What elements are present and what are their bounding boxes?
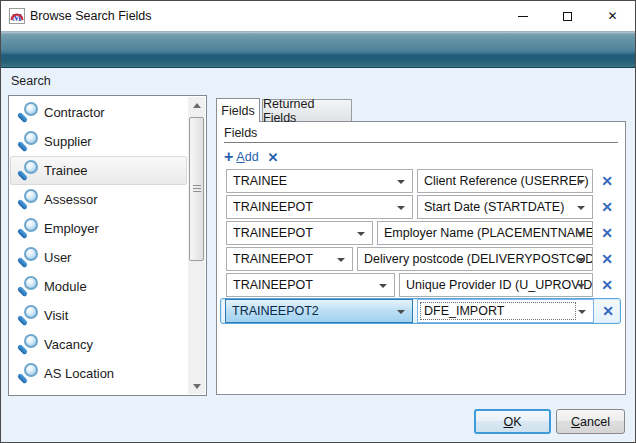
scrollbar-thumb[interactable] <box>189 117 204 261</box>
minimize-icon <box>518 16 528 17</box>
list-scrollbar[interactable] <box>188 97 205 394</box>
maximize-icon <box>563 12 572 21</box>
arrow-down-icon <box>193 384 201 389</box>
category-label: Module <box>44 279 87 294</box>
category-label: Vacancy <box>44 337 93 352</box>
category-label: Visit <box>44 308 68 323</box>
field-row[interactable]: TRAINEEPOT2DFE_IMPORT✕ <box>220 298 621 324</box>
remove-row-button[interactable]: ✕ <box>600 304 616 318</box>
title-bar: M Browse Search Fields ✕ <box>1 1 635 31</box>
table-combobox[interactable]: TRAINEEPOT2 <box>225 299 413 323</box>
cancel-button-label: Cancel <box>571 415 610 429</box>
field-combobox[interactable]: DFE_IMPORT <box>417 299 594 323</box>
magnifier-icon <box>17 304 39 327</box>
minimize-button[interactable] <box>500 1 545 31</box>
fields-tab-control: Fields Returned Fields Fields + Add ✕ TR… <box>216 97 626 395</box>
field-row: TRAINEEPOTStart Date (STARTDATE)✕ <box>220 194 621 220</box>
fields-group-label: Fields <box>224 126 618 140</box>
sidebar-item-vacancy[interactable]: Vacancy <box>10 330 187 359</box>
remove-row-button[interactable]: ✕ <box>599 278 615 292</box>
field-combobox[interactable]: Delivery postcode (DELIVERYPOSTCODE) <box>357 247 593 271</box>
sidebar-item-as-location[interactable]: AS Location <box>10 359 187 388</box>
magnifier-icon <box>17 188 39 211</box>
search-group-label: Search <box>11 74 51 88</box>
magnifier-icon <box>17 130 39 153</box>
magnifier-icon <box>17 159 39 182</box>
scroll-down-button[interactable] <box>188 378 205 394</box>
remove-row-button[interactable]: ✕ <box>599 226 615 240</box>
sidebar-item-trainee[interactable]: Trainee <box>10 156 187 185</box>
field-combobox[interactable]: Unique Provider ID (U_UPROVID) <box>399 273 593 297</box>
remove-row-button[interactable]: ✕ <box>599 252 615 266</box>
field-combobox[interactable]: Client Reference (USERREF) <box>417 169 593 193</box>
remove-row-button[interactable]: ✕ <box>599 174 615 188</box>
plus-icon: + <box>224 149 233 165</box>
sidebar-item-supplier[interactable]: Supplier <box>10 127 187 156</box>
close-button[interactable]: ✕ <box>590 1 635 31</box>
remove-row-button[interactable]: ✕ <box>599 200 615 214</box>
maximize-button[interactable] <box>545 1 590 31</box>
sidebar-item-employer[interactable]: Employer <box>10 214 187 243</box>
field-row: TRAINEEPOTUnique Provider ID (U_UPROVID)… <box>220 272 621 298</box>
app-logo-icon: M <box>9 8 25 24</box>
window-title: Browse Search Fields <box>30 9 500 23</box>
scroll-up-button[interactable] <box>188 97 205 113</box>
close-icon: ✕ <box>607 10 617 22</box>
fields-tab-panel: Fields + Add ✕ TRAINEEClient Reference (… <box>216 121 626 395</box>
table-combobox[interactable]: TRAINEEPOT <box>226 221 373 245</box>
field-toolbar: + Add ✕ <box>224 147 625 167</box>
sidebar-item-contractor[interactable]: Contractor <box>10 98 187 127</box>
ok-button-label: OK <box>503 415 521 429</box>
remove-field-button[interactable]: ✕ <box>268 150 279 165</box>
field-row: TRAINEEPOTEmployer Name (PLACEMENTNAME)✕ <box>220 220 621 246</box>
ok-button[interactable]: OK <box>474 409 551 434</box>
sidebar-item-module[interactable]: Module <box>10 272 187 301</box>
table-combobox[interactable]: TRAINEEPOT <box>226 273 395 297</box>
magnifier-icon <box>17 101 39 124</box>
add-field-button[interactable]: + Add <box>224 149 259 165</box>
category-label: Contractor <box>44 105 105 120</box>
category-label: Supplier <box>44 134 92 149</box>
browse-search-fields-dialog: M Browse Search Fields ✕ Search Contract… <box>0 0 636 443</box>
group-separator <box>224 142 618 143</box>
field-row: TRAINEEClient Reference (USERREF)✕ <box>220 168 621 194</box>
header-banner <box>1 31 635 68</box>
field-combobox[interactable]: Start Date (STARTDATE) <box>417 195 593 219</box>
dialog-content: Search ContractorSupplierTraineeAssessor… <box>1 68 635 442</box>
sidebar-item-assessor[interactable]: Assessor <box>10 185 187 214</box>
table-combobox[interactable]: TRAINEEPOT <box>226 247 353 271</box>
field-rows: TRAINEEClient Reference (USERREF)✕TRAINE… <box>220 168 621 324</box>
sidebar-item-user[interactable]: User <box>10 243 187 272</box>
magnifier-icon <box>17 333 39 356</box>
magnifier-icon <box>17 362 39 385</box>
category-label: Assessor <box>44 192 97 207</box>
category-label: User <box>44 250 71 265</box>
add-field-label: Add <box>236 150 258 164</box>
table-combobox[interactable]: TRAINEE <box>226 169 413 193</box>
tab-fields[interactable]: Fields <box>216 98 260 122</box>
sidebar-item-visit[interactable]: Visit <box>10 301 187 330</box>
category-label: Trainee <box>44 163 88 178</box>
category-listbox: ContractorSupplierTraineeAssessorEmploye… <box>8 95 207 396</box>
category-list: ContractorSupplierTraineeAssessorEmploye… <box>10 98 187 394</box>
category-label: Employer <box>44 221 99 236</box>
tab-returned-fields[interactable]: Returned Fields <box>262 99 352 121</box>
field-row: TRAINEEPOTDelivery postcode (DELIVERYPOS… <box>220 246 621 272</box>
magnifier-icon <box>17 217 39 240</box>
tab-headers: Fields Returned Fields <box>216 97 626 121</box>
arrow-up-icon <box>193 103 201 108</box>
category-label: AS Location <box>44 366 114 381</box>
magnifier-icon <box>17 246 39 269</box>
table-combobox[interactable]: TRAINEEPOT <box>226 195 413 219</box>
field-combobox[interactable]: Employer Name (PLACEMENTNAME) <box>377 221 593 245</box>
cancel-button[interactable]: Cancel <box>556 409 625 434</box>
magnifier-icon <box>17 275 39 298</box>
